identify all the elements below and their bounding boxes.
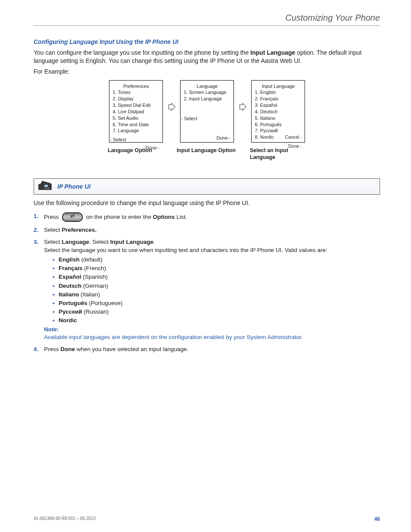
list-item: Italiano (Italian) <box>53 291 327 299</box>
lang-p: (default) <box>80 256 103 263</box>
screen1-item: 4. Live Dialpad <box>113 109 160 115</box>
screen1-item: 1. Tones <box>113 89 160 96</box>
language-list: English (default) Français (French) Espa… <box>53 256 327 325</box>
lang-p: (Italian) <box>79 291 100 298</box>
p1a: You can configure the language you use f… <box>34 49 250 56</box>
list-item: Français (French) <box>53 264 327 272</box>
panel-title: IP Phone UI <box>57 183 90 191</box>
lang-b: Español <box>59 274 81 280</box>
s2a: Select <box>44 227 62 233</box>
step-1: 1. Press on the phone to enter the Optio… <box>34 212 380 222</box>
note-label: Note: <box>44 326 327 333</box>
s3e: . <box>153 239 155 245</box>
screen2-item: 1. Screen Language <box>184 89 231 96</box>
s3d: Input Language <box>110 239 154 245</box>
screens-diagram: Preferences 1. Tones 2. Display 3. Speed… <box>34 80 380 143</box>
screen1-item: 5. Set Audio <box>113 115 160 121</box>
footer-doc-id: 41-001386-00 REV01 – 06.2013 <box>34 516 96 523</box>
step-number: 2. <box>34 226 42 234</box>
s3a: Select <box>44 239 62 245</box>
screen-input-language: Input Language 1. English 2. Français 3.… <box>251 80 305 143</box>
screen3-cancel: Cancel - <box>285 134 302 140</box>
list-item: Русский (Russian) <box>53 308 327 316</box>
screen3-item: 7. Русский <box>255 128 302 134</box>
screen2-item: 2. Input Language <box>184 96 231 102</box>
step-number: 1. <box>34 212 42 220</box>
page-footer: 41-001386-00 REV01 – 06.2013 46 <box>34 516 380 523</box>
screen2-title: Language <box>184 83 231 90</box>
lang-p: (Russian) <box>82 308 109 315</box>
step-number: 3. <box>34 238 42 246</box>
s1b: on the phone to enter the <box>84 214 153 220</box>
section-title: Configuring Language Input Using the IP … <box>34 38 380 46</box>
lang-p: (Spanish) <box>81 274 108 280</box>
s4b: Done <box>60 346 75 352</box>
lang-b: Deutsch <box>59 283 81 289</box>
step-2: 2. Select Preferences. <box>34 226 380 234</box>
header-rule <box>34 25 380 26</box>
screen2-done: Done - <box>181 134 234 142</box>
screen3-item: 6. Português <box>255 121 302 128</box>
section-para-1: You can configure the language you use f… <box>34 49 380 65</box>
lang-p: (Portuguese) <box>87 300 123 306</box>
step-4: 4. Press Done when you have selected an … <box>34 345 380 353</box>
section-para-2: For Example: <box>34 68 380 76</box>
screen1-title: Preferences <box>113 83 160 90</box>
svg-point-3 <box>48 188 49 189</box>
s1c: Options <box>153 214 175 220</box>
lang-b: Français <box>59 265 83 271</box>
step-number: 4. <box>34 345 42 353</box>
procedure-intro: Use the following procedure to change th… <box>34 199 380 207</box>
screen3-item: 3. Español <box>255 102 302 109</box>
svg-point-1 <box>45 188 46 189</box>
arrow-right-icon <box>167 102 176 112</box>
ip-phone-ui-panel: IP Phone UI <box>34 178 380 195</box>
screen1-item: 7. Language <box>113 128 160 134</box>
lang-b: Nordic <box>59 317 77 324</box>
arrow-right-icon <box>238 102 247 112</box>
screen1-item: 6. Time and Date <box>113 121 160 128</box>
screen-language: Language 1. Screen Language 2. Input Lan… <box>180 80 234 143</box>
screen1-item: 3. Speed Dial Edit <box>113 102 160 109</box>
screen3-item: 8. Nordic <box>255 134 274 140</box>
diagram-captions: Language Option Input Language Option Se… <box>34 147 380 162</box>
caption-1: Language Option <box>106 147 172 162</box>
lang-b: Русский <box>59 308 82 315</box>
p1b: Input Language <box>250 49 295 56</box>
s3desc: Select the language you want to use when… <box>44 246 327 254</box>
options-key-icon <box>62 212 83 222</box>
screen3-item: 5. Italiano <box>255 115 302 121</box>
screen2-select: - Select <box>179 115 234 123</box>
page-number: 46 <box>374 516 380 523</box>
screen1-item: 2. Display <box>113 96 160 102</box>
screen3-title: Input Language <box>255 83 302 90</box>
step-3: 3. Select Language. Select Input Languag… <box>34 238 380 341</box>
caption-2: Input Language Option <box>177 147 246 162</box>
s3c: . Select <box>89 239 110 245</box>
screen1-select: - Select <box>108 136 162 144</box>
s4c: when you have selected an input language… <box>75 346 188 352</box>
list-item: Deutsch (German) <box>53 282 327 290</box>
s4a: Press <box>44 346 60 352</box>
list-item: Nordic <box>53 317 327 324</box>
svg-point-2 <box>47 188 47 189</box>
list-item: Español (Spanish) <box>53 273 327 281</box>
phone-icon <box>37 180 53 193</box>
lang-b: English <box>59 256 80 263</box>
list-item: Português (Portuguese) <box>53 299 327 307</box>
lang-p: (German) <box>81 283 108 289</box>
procedure-steps: 1. Press on the phone to enter the Optio… <box>34 212 380 353</box>
screen3-item: 1. English <box>255 89 302 96</box>
screen-preferences: Preferences 1. Tones 2. Display 3. Speed… <box>109 80 163 143</box>
svg-rect-0 <box>44 185 48 187</box>
breadcrumb: Customizing Your Phone <box>34 12 380 24</box>
s3b: Language <box>62 239 89 245</box>
caption-3: Select an Input Language <box>250 147 308 162</box>
s1a: Press <box>44 214 60 220</box>
screen3-item: 4. Deutsch <box>255 109 302 115</box>
note-text: Available input languages are dependent … <box>44 333 327 341</box>
s2b: Preferences. <box>62 227 97 233</box>
lang-b: Italiano <box>59 291 79 298</box>
s1d: List. <box>175 214 187 220</box>
list-item: English (default) <box>53 256 327 264</box>
